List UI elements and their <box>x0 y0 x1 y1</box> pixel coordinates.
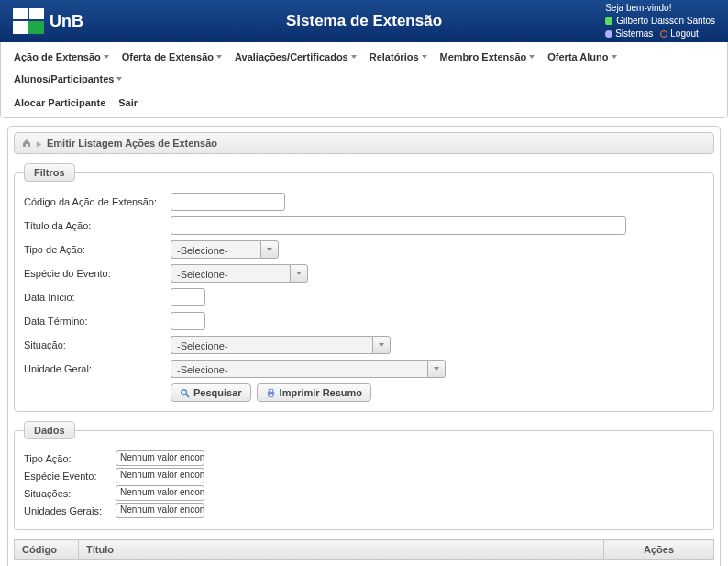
link-sistemas-label: Sistemas <box>615 28 653 40</box>
menu-oferta-aluno[interactable]: Oferta Aluno <box>544 47 620 67</box>
user-box: Seja bem-vindo! Gilberto Daisson Santos … <box>605 2 715 40</box>
chevron-down-icon <box>379 343 384 347</box>
lbl-unidade: Unidade Geral: <box>24 363 171 374</box>
lbl-dados-unidades: Unidades Gerais: <box>24 505 116 516</box>
lbl-dados-situacoes: Situações: <box>24 488 116 499</box>
especie-combo[interactable]: -Selecione- <box>171 264 308 283</box>
table-row-empty: Nenhum registro encontrado <box>15 560 714 567</box>
breadcrumb-title: Emitir Listagem Ações de Extensão <box>47 138 217 149</box>
power-icon <box>660 30 667 38</box>
link-logout[interactable]: Logout <box>660 28 699 40</box>
lbl-especie: Espécie do Evento: <box>24 268 171 279</box>
situacao-combo[interactable]: -Selecione- <box>171 336 391 354</box>
unidade-combo[interactable]: -Selecione- <box>171 360 446 378</box>
welcome-text: Seja bem-vindo! <box>605 2 715 15</box>
titulo-input[interactable] <box>171 216 626 235</box>
chevron-down-icon <box>422 55 427 59</box>
lbl-data-termino: Data Término: <box>24 316 171 327</box>
chevron-down-icon <box>529 55 535 59</box>
lbl-dados-tipo: Tipo Ação: <box>24 453 116 464</box>
menu-relatorios[interactable]: Relatórios <box>366 47 431 67</box>
especie-combo-button[interactable] <box>290 264 308 283</box>
data-inicio-input[interactable] <box>171 288 205 306</box>
lbl-situacao: Situação: <box>24 339 171 350</box>
menu-label: Avaliações/Certificados <box>235 51 348 62</box>
tipo-combo[interactable]: -Selecione- <box>171 240 279 259</box>
dados-fieldset: Dados Tipo Ação: Nenhum valor encontrado… <box>14 421 714 530</box>
menubar: Ação de Extensão Oferta de Extensão Aval… <box>0 42 728 118</box>
filtros-fieldset: Filtros Código da Ação de Extensão: Títu… <box>14 163 714 412</box>
menu-label: Alocar Participante <box>14 97 105 108</box>
results-table-wrap: Código Título Ações Nenhum registro enco… <box>14 539 714 566</box>
main-panel: ▸ Emitir Listagem Ações de Extensão Filt… <box>7 126 721 566</box>
user-fullname: Gilberto Daisson Santos <box>616 15 715 28</box>
tipo-combo-button[interactable] <box>260 240 279 259</box>
menu-label: Alunos/Participantes <box>14 73 114 84</box>
dados-especie-value[interactable]: Nenhum valor encontrado, 0 <box>116 468 204 483</box>
home-icon[interactable] <box>22 139 31 148</box>
svg-point-0 <box>182 389 187 394</box>
col-acoes: Ações <box>604 540 714 560</box>
svg-rect-3 <box>269 389 273 392</box>
lbl-titulo: Título da Ação: <box>24 220 171 231</box>
menu-oferta-extensao[interactable]: Oferta de Extensão <box>118 47 226 67</box>
system-title: Sistema de Extensão <box>286 12 442 30</box>
codigo-input[interactable] <box>171 193 285 211</box>
col-codigo[interactable]: Código <box>15 540 79 560</box>
menu-membro-extensao[interactable]: Membro Extensão <box>436 47 539 67</box>
menu-alunos-participantes[interactable]: Alunos/Participantes <box>10 69 126 89</box>
situacao-combo-value: -Selecione- <box>171 336 372 354</box>
chevron-down-icon <box>612 55 617 59</box>
org-name: UnB <box>50 12 83 31</box>
logo: UnB <box>13 8 83 34</box>
imprimir-label: Imprimir Resumo <box>280 387 362 398</box>
menu-label: Oferta de Extensão <box>122 51 214 62</box>
menu-label: Relatórios <box>370 51 419 62</box>
breadcrumb-separator: ▸ <box>37 139 41 149</box>
menu-label: Ação de Extensão <box>14 51 101 62</box>
unidade-combo-value: -Selecione- <box>171 360 427 378</box>
menu-label: Membro Extensão <box>440 51 527 62</box>
chevron-down-icon <box>296 272 302 275</box>
link-logout-label: Logout <box>670 28 699 40</box>
unidade-combo-button[interactable] <box>427 360 446 378</box>
username: Gilberto Daisson Santos <box>605 15 715 28</box>
print-icon <box>266 388 276 398</box>
systems-icon <box>605 30 612 38</box>
menu-alocar-participante[interactable]: Alocar Participante <box>10 93 109 113</box>
app-header: UnB Sistema de Extensão Seja bem-vindo! … <box>0 0 728 42</box>
lbl-tipo: Tipo de Ação: <box>24 244 171 255</box>
menu-label: Oferta Aluno <box>547 51 608 62</box>
link-sistemas[interactable]: Sistemas <box>605 28 653 40</box>
tipo-combo-value: -Selecione- <box>171 240 260 259</box>
menu-label: Sair <box>118 97 138 108</box>
situacao-combo-button[interactable] <box>372 336 391 354</box>
user-icon <box>605 17 612 25</box>
dados-tipo-value[interactable]: Nenhum valor encontrado, 0 <box>116 450 204 466</box>
logo-mark <box>13 8 44 34</box>
pesquisar-button[interactable]: Pesquisar <box>171 383 251 402</box>
filtros-legend: Filtros <box>24 163 75 182</box>
menu-avaliacoes[interactable]: Avaliações/Certificados <box>231 47 360 67</box>
dados-unidades-value[interactable]: Nenhum valor encontrado, 0 <box>116 503 204 518</box>
menu-sair[interactable]: Sair <box>115 93 141 113</box>
svg-line-1 <box>186 394 189 396</box>
results-table: Código Título Ações Nenhum registro enco… <box>14 539 714 566</box>
data-termino-input[interactable] <box>171 312 205 330</box>
pesquisar-label: Pesquisar <box>193 387 242 398</box>
empty-message: Nenhum registro encontrado <box>15 560 714 567</box>
search-icon <box>180 388 190 398</box>
lbl-dados-especie: Espécie Evento: <box>24 471 116 482</box>
chevron-down-icon <box>116 77 122 81</box>
dados-legend: Dados <box>24 421 75 439</box>
svg-rect-4 <box>269 394 273 396</box>
menu-acao-extensao[interactable]: Ação de Extensão <box>10 47 113 67</box>
dados-situacoes-value[interactable]: Nenhum valor encontrado, 0 <box>116 485 204 501</box>
col-titulo[interactable]: Título <box>79 540 604 560</box>
chevron-down-icon <box>351 55 357 59</box>
lbl-codigo: Código da Ação de Extensão: <box>24 196 171 207</box>
imprimir-button[interactable]: Imprimir Resumo <box>257 383 371 402</box>
especie-combo-value: -Selecione- <box>171 264 290 283</box>
chevron-down-icon <box>104 55 109 59</box>
breadcrumb: ▸ Emitir Listagem Ações de Extensão <box>14 132 714 154</box>
